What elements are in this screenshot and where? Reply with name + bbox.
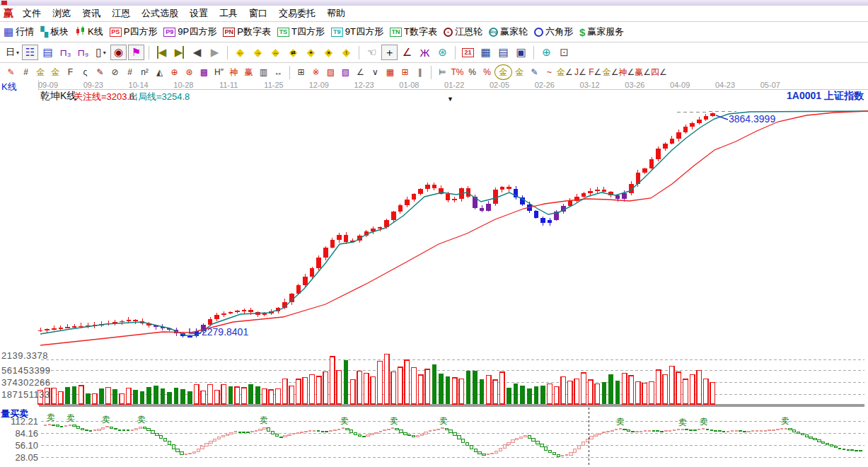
draw-tool-mirror-lines[interactable]: ◭ xyxy=(152,65,167,79)
toolbar-button-gann-arrow-plus[interactable]: ◆+ xyxy=(303,45,319,60)
draw-tool-fence-ruler[interactable]: ▥ xyxy=(256,65,271,79)
draw-tool-circle-cross[interactable]: ⊕ xyxy=(167,65,182,79)
menu-item-news[interactable]: 资讯 xyxy=(76,6,106,21)
draw-tool-shen-angle[interactable]: 神∠ xyxy=(619,65,635,79)
toolbar-button-purple-wave-9[interactable]: ⊓₉ xyxy=(75,45,91,60)
toolbar-button-gann-arrow-cross[interactable]: ◆× xyxy=(320,45,337,60)
toolbar-button-hexagon[interactable]: ◦六角形 xyxy=(534,25,573,38)
draw-tool-radial-web[interactable]: ⊛ xyxy=(182,65,197,79)
draw-tool-ray-box-red[interactable]: ▨ xyxy=(323,65,338,79)
toolbar-button-color-flag[interactable]: ⚑ xyxy=(128,45,144,60)
toolbar-button-export-web[interactable]: ⊕ xyxy=(538,45,555,60)
menu-item-help[interactable]: 帮助 xyxy=(321,6,351,21)
toolbar-button-print[interactable]: ⊡ xyxy=(556,45,572,60)
draw-tool-red-grid[interactable]: ▦ xyxy=(383,65,398,79)
toolbar-button-crosshair[interactable]: ＋ xyxy=(381,45,398,60)
draw-tool-t-percent[interactable]: T% xyxy=(450,65,465,79)
draw-tool-f-angle[interactable]: F∠ xyxy=(588,65,603,79)
toolbar-button-9t-square[interactable]: T99T四方形 xyxy=(331,25,383,38)
draw-tool-corner-box[interactable]: ⊞ xyxy=(294,65,308,79)
toolbar-button-gann-arrow-swap[interactable]: ◆⇄ xyxy=(285,45,301,60)
draw-tool-red-grid-plus[interactable]: ⊞ xyxy=(398,65,412,79)
toolbar-button-p-square[interactable]: PSP四方形 xyxy=(110,25,158,38)
menu-item-file[interactable]: 文件 xyxy=(17,6,47,21)
toolbar-button-winner-wheel[interactable]: Big赢家轮 xyxy=(489,25,528,38)
toolbar-button-9p-square[interactable]: P99P四方形 xyxy=(163,25,216,38)
menu-item-settings[interactable]: 设置 xyxy=(184,6,214,21)
toolbar-button-memo[interactable]: ▤ xyxy=(495,45,511,60)
toolbar-button-calculator[interactable]: ▦ xyxy=(478,45,494,60)
toolbar-button-gann-arrow-both[interactable]: ◆↔ xyxy=(267,45,284,60)
draw-tool-zigzag[interactable]: ∨ xyxy=(368,65,383,79)
draw-tool-shen-grid[interactable]: 神 xyxy=(226,65,241,79)
toolbar-button-calendar[interactable]: 21 xyxy=(460,45,476,60)
toolbar-button-save[interactable]: ▣ xyxy=(513,45,529,60)
toolbar-button-sectors[interactable]: ▚板块 xyxy=(40,25,69,38)
draw-tool-percent-line[interactable]: % xyxy=(480,65,494,79)
draw-tool-gold-angle[interactable]: 金∠ xyxy=(603,65,619,79)
toolbar-button-angle-measure[interactable]: ∠ xyxy=(399,45,415,60)
draw-tool-gold-grid-2[interactable]: 金 xyxy=(48,65,63,79)
draw-tool-span-arrows[interactable]: ↔ xyxy=(271,65,286,79)
toolbar-button-market-quotes[interactable]: ▦行情 xyxy=(4,25,34,38)
draw-tool-ladder[interactable]: ⊨ xyxy=(435,65,450,79)
draw-tool-angle-fan[interactable]: ∠ xyxy=(353,65,368,79)
draw-tool-ying-grid[interactable]: 赢 xyxy=(241,65,256,79)
toolbar-button-t-square[interactable]: TST四方形 xyxy=(277,25,325,38)
toolbar-button-step-back[interactable]: ◀ xyxy=(189,45,205,60)
draw-tool-ray-fan-red[interactable]: ※ xyxy=(308,65,323,79)
toolbar-button-skip-last[interactable]: ▶ xyxy=(171,45,187,60)
toolbar-button-kline[interactable]: K线 xyxy=(75,25,103,38)
chart-region[interactable]: 09-0909-2310-1410-2811-1111-2512-0912-23… xyxy=(0,80,868,467)
kline-chart-canvas[interactable]: 卖卖卖卖卖卖卖卖卖卖卖卖 xyxy=(0,80,868,467)
draw-tool-tick-ruler[interactable]: # xyxy=(18,65,33,79)
draw-tool-pencil[interactable]: ✎ xyxy=(4,65,18,79)
toolbar-button-candle-period[interactable]: ▯▾ xyxy=(93,45,109,60)
menu-item-tools[interactable]: 工具 xyxy=(214,6,243,21)
toolbar-button-pan-hand[interactable]: ☜ xyxy=(364,45,380,60)
menu-item-browse[interactable]: 浏览 xyxy=(47,6,76,21)
draw-tool-gold-angle-box[interactable]: 金∠ xyxy=(557,65,573,79)
menu-item-trade-order[interactable]: 交易委托 xyxy=(273,6,321,21)
toolbar-button-skip-first[interactable]: ◀ xyxy=(154,45,170,60)
menu-item-window[interactable]: 窗口 xyxy=(243,6,273,21)
draw-tool-marker-pen[interactable]: ✎ xyxy=(93,65,108,79)
volume-bar xyxy=(432,364,437,404)
draw-tool-grid-square-purple[interactable]: ▩ xyxy=(197,65,212,79)
toolbar-button-tool-grid-purple[interactable]: Ж xyxy=(417,45,433,60)
window-titlebar[interactable] xyxy=(0,0,868,6)
draw-tool-gold-lines[interactable]: 金 xyxy=(512,65,527,79)
toolbar-button-gann-arrow-vert[interactable]: ◆↕ xyxy=(338,45,354,60)
draw-tool-j-angle[interactable]: J∠ xyxy=(573,65,588,79)
toolbar-button-t-number-table[interactable]: TNT数字表 xyxy=(390,25,437,38)
draw-tool-pencil-vertical[interactable]: ✎ xyxy=(527,65,542,79)
toolbar-button-gann-arrow-left[interactable]: ◆← xyxy=(232,45,248,60)
toolbar-button-gann-shapes[interactable]: ◉ xyxy=(110,45,127,60)
toolbar-button-pattern[interactable]: ☷ xyxy=(22,45,38,60)
draw-tool-si-angle[interactable]: 四∠ xyxy=(651,65,667,79)
draw-tool-k-marks[interactable]: Η″ xyxy=(212,65,226,79)
draw-tool-red-wave[interactable]: ~ xyxy=(542,65,557,79)
toolbar-button-gann-arrow-right[interactable]: ◆→ xyxy=(250,45,266,60)
draw-tool-n-square[interactable]: n² xyxy=(137,65,152,79)
toolbar-button-list-board[interactable]: ▤ xyxy=(40,45,56,60)
draw-tool-percent[interactable]: % xyxy=(465,65,480,79)
toolbar-button-purple-wave-3[interactable]: ⊓₃ xyxy=(57,45,74,60)
toolbar-button-winner-service[interactable]: $赢家服务 xyxy=(579,25,624,38)
draw-tool-spiral-ruler[interactable]: ς xyxy=(78,65,93,79)
menu-item-gann[interactable]: 江恩 xyxy=(106,6,136,21)
draw-tool-gold-circle[interactable]: 金 xyxy=(494,64,512,80)
draw-tool-gold-grid-1[interactable]: 金 xyxy=(33,65,48,79)
toolbar-button-gann-wheel[interactable]: +江恩轮 xyxy=(444,25,482,38)
draw-tool-parallel-lines[interactable]: ∥ xyxy=(412,65,427,79)
menu-item-formula-stock-pick[interactable]: 公式选股 xyxy=(136,6,184,21)
draw-tool-circle-ruler[interactable]: ⊘ xyxy=(108,65,122,79)
toolbar-button-step-forward[interactable]: ▶ xyxy=(207,45,223,60)
draw-tool-ray-box-purple[interactable]: ▧ xyxy=(338,65,353,79)
draw-tool-ying-angle[interactable]: 赢∠ xyxy=(635,65,651,79)
toolbar-button-p-number-table[interactable]: PNP数字表 xyxy=(223,25,271,38)
draw-tool-f-ruler[interactable]: F xyxy=(63,65,78,79)
toolbar-button-period-day[interactable]: 日▾ xyxy=(4,45,21,60)
toolbar-button-tool-web-teal[interactable]: ⊛ xyxy=(434,45,451,60)
draw-tool-tick-ruler-2[interactable]: # xyxy=(122,65,137,79)
